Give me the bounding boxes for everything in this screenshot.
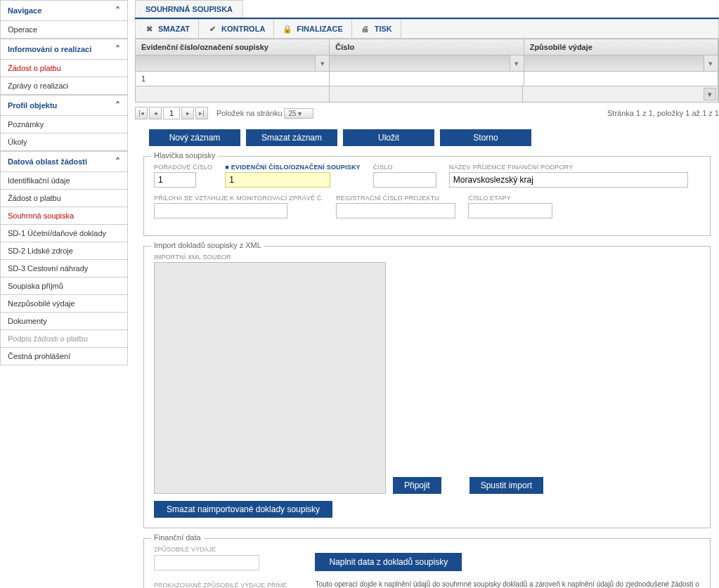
nav-item-sd3[interactable]: SD-3 Cestovní náhrady <box>0 260 128 277</box>
nav-item-operace[interactable]: Operace <box>0 21 128 39</box>
chevron-up-icon: ˄ <box>115 44 120 55</box>
toolbar: ✖ SMAZAT ✔ KONTROLA 🔒 FINALIZACE 🖨 TISK <box>135 19 719 39</box>
import-fieldset: Import dokladů soupisky z XML IMPORTNÍ X… <box>143 246 711 528</box>
cislo-etapy-label: ČÍSLO ETAPY <box>468 195 552 202</box>
pager-page-input[interactable] <box>163 107 180 119</box>
label: FINALIZACE <box>297 25 342 33</box>
financni-fieldset: Finanční data ZPŮSOBILÉ VÝDAJE PROKAZOVA… <box>143 538 711 588</box>
nav-item-sd1[interactable]: SD-1 Účetní/daňové doklady <box>0 225 128 242</box>
spustit-import-button[interactable]: Spustit import <box>469 477 543 494</box>
pager-last[interactable]: ▸| <box>195 107 208 119</box>
filter-zpusobile[interactable] <box>524 55 704 71</box>
nav-item-zadost-o-platbu[interactable]: Žádost o platbu <box>0 60 128 77</box>
priloha-label: PŘÍLOHA SE VZTAHUJE K MONITOROVACÍ ZPRÁV… <box>154 195 323 202</box>
nav-section-navigace[interactable]: Navigace ˄ <box>0 0 128 21</box>
nav-item-podpis[interactable]: Podpis žádosti o platbu <box>0 330 128 348</box>
filter-icon[interactable]: ▾ <box>315 55 329 71</box>
nav-item-zadost2[interactable]: Žádost o platbu <box>0 190 128 207</box>
import-file-input[interactable] <box>154 262 386 494</box>
nav-section-datova[interactable]: Datová oblast žádosti ˄ <box>0 151 128 172</box>
reg-cislo-input[interactable] <box>336 203 455 218</box>
hlavicka-legend: Hlavička soupisky <box>151 151 218 159</box>
fin-note-1: Touto operací dojde k naplnění údajů do … <box>315 580 700 588</box>
smazat-import-button[interactable]: Smazat naimportované doklady soupisky <box>154 501 332 518</box>
check-icon: ✔ <box>207 24 217 34</box>
nazev-prijemce-label: NÁZEV PŘÍJEMCE FINANČNÍ PODPORY <box>449 164 688 171</box>
tisk-button[interactable]: 🖨 TISK <box>352 20 401 38</box>
nav-item-cestna[interactable]: Čestná prohlášení <box>0 348 128 365</box>
pripojit-button[interactable]: Připojit <box>393 477 441 494</box>
col-zpusobile[interactable]: Způsobilé výdaje <box>524 39 718 55</box>
main-panel: SOUHRNNÁ SOUPISKA ✖ SMAZAT ✔ KONTROLA 🔒 … <box>128 0 719 588</box>
dropdown-icon[interactable]: ▾ <box>704 88 716 100</box>
table-header: Evidenční číslo/označení soupisky Číslo … <box>135 39 719 55</box>
import-file-label: IMPORTNÍ XML SOUBOR <box>154 254 386 261</box>
col-cislo[interactable]: Číslo <box>330 39 524 55</box>
priloha-input[interactable] <box>154 203 287 218</box>
filter-icon[interactable]: ▾ <box>704 55 718 71</box>
tab-souhrnna-soupiska[interactable]: SOUHRNNÁ SOUPISKA <box>135 0 243 18</box>
smazat-zaznam-button[interactable]: Smazat záznam <box>246 129 337 146</box>
nav-section-label: Profil objektu <box>8 101 57 110</box>
nav-item-ukoly[interactable]: Úkoly <box>0 133 128 151</box>
prokazovane-prime-label: PROKAZOVANÉ ZPŮSOBILÉ VÝDAJE PŘÍMÉ <box>154 582 287 588</box>
nazev-prijemce-input[interactable] <box>449 172 688 188</box>
zpusobile-vydaje-label: ZPŮSOBILÉ VÝDAJE <box>154 546 287 554</box>
nav-item-zpravy[interactable]: Zprávy o realizaci <box>0 77 128 95</box>
cell-cislo <box>330 72 524 86</box>
chevron-up-icon: ˄ <box>115 5 120 16</box>
pager-next[interactable]: ▸ <box>181 107 194 119</box>
evidencni-cislo-label: EVIDENČNÍ ČÍSLO/OZNAČENÍ SOUPISKY <box>225 164 360 171</box>
cell-evidencni: 1 <box>136 72 330 86</box>
nav-section-informovani[interactable]: Informování o realizaci ˄ <box>0 39 128 60</box>
pager-first[interactable]: |◂ <box>135 107 148 119</box>
poradove-cislo-input[interactable] <box>154 172 196 188</box>
novy-zaznam-button[interactable]: Nový záznam <box>149 129 240 146</box>
pager-size-label: Položek na stránku <box>216 109 283 117</box>
nav-item-nezpusobile[interactable]: Nezpůsobilé výdaje <box>0 295 128 313</box>
nav-section-label: Informování o realizaci <box>8 45 91 53</box>
label: KONTROLA <box>221 25 265 33</box>
action-buttons: Nový záznam Smazat záznam Uložit Storno <box>149 129 719 146</box>
table-footer: ▾ <box>135 86 719 103</box>
nav-item-sd2[interactable]: SD-2 Lidské zdroje <box>0 242 128 260</box>
evidencni-cislo-input[interactable] <box>225 172 330 188</box>
import-legend: Import dokladů soupisky z XML <box>151 241 264 249</box>
table-row[interactable]: 1 <box>135 72 719 86</box>
cell-zpusobile <box>524 72 718 86</box>
label: SMAZAT <box>158 25 190 33</box>
filter-cislo[interactable] <box>330 55 509 71</box>
nav-item-dokumenty[interactable]: Dokumenty <box>0 313 128 330</box>
storno-button[interactable]: Storno <box>440 129 531 146</box>
chevron-up-icon: ˄ <box>115 156 120 167</box>
nav-section-label: Navigace <box>8 6 41 15</box>
kontrola-button[interactable]: ✔ KONTROLA <box>199 20 274 38</box>
filter-icon[interactable]: ▾ <box>510 55 524 71</box>
nav-item-identifikacni[interactable]: Identifikační údaje <box>0 172 128 190</box>
smazat-button[interactable]: ✖ SMAZAT <box>136 20 199 38</box>
pager-info: Stránka 1 z 1, položky 1 až 1 z 1 <box>607 109 719 117</box>
col-evidencni[interactable]: Evidenční číslo/označení soupisky <box>136 39 330 55</box>
table-filter-row: ▾ ▾ ▾ <box>135 55 719 72</box>
naplnit-data-button[interactable]: Naplnit data z dokladů soupisky <box>315 553 462 571</box>
sidebar: Navigace ˄ Operace Informování o realiza… <box>0 0 128 588</box>
zpusobile-vydaje-input[interactable] <box>154 555 259 570</box>
chevron-up-icon: ˄ <box>115 100 120 111</box>
cislo-etapy-input[interactable] <box>468 203 552 218</box>
pager: |◂ ◂ ▸ ▸| Položek na stránku 25 ▾ Stránk… <box>135 103 719 124</box>
ulozit-button[interactable]: Uložit <box>343 129 434 146</box>
nav-section-profil[interactable]: Profil objektu ˄ <box>0 95 128 116</box>
hlavicka-fieldset: Hlavička soupisky POŘADOVÉ ČÍSLO EVIDENČ… <box>143 156 711 236</box>
pager-size-select[interactable]: 25 ▾ <box>284 108 314 119</box>
finalizace-button[interactable]: 🔒 FINALIZACE <box>274 20 351 38</box>
filter-evidencni[interactable] <box>136 55 315 71</box>
tab-bar: SOUHRNNÁ SOUPISKA <box>135 0 719 19</box>
nav-item-poznamky[interactable]: Poznámky <box>0 116 128 133</box>
nav-item-soupiska-prijmu[interactable]: Soupiska příjmů <box>0 277 128 295</box>
pager-prev[interactable]: ◂ <box>149 107 162 119</box>
label: TISK <box>375 25 392 33</box>
nav-item-souhrnna[interactable]: Souhrnná soupiska <box>0 207 128 225</box>
delete-icon: ✖ <box>144 24 154 34</box>
cislo-input[interactable] <box>373 172 436 188</box>
nav-section-label: Datová oblast žádosti <box>8 157 87 166</box>
